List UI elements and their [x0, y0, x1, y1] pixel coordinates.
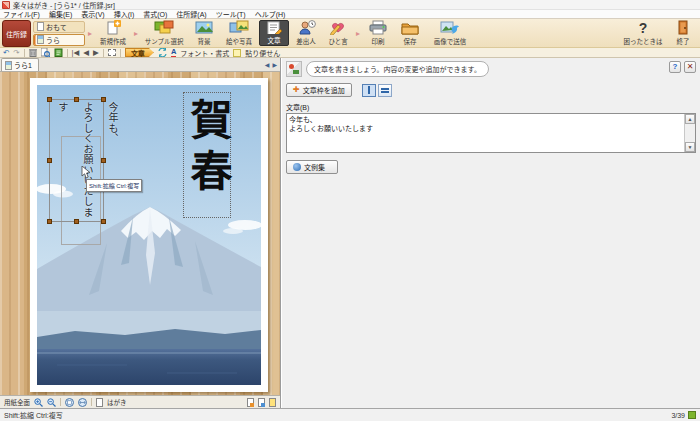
redo-icon[interactable]: ↷ [13, 49, 19, 57]
address-list-icon[interactable] [54, 48, 63, 57]
selection-handle[interactable] [101, 97, 106, 102]
scroll-up-icon[interactable]: ▲ [685, 114, 695, 124]
exit-button[interactable]: 終了 [668, 20, 698, 46]
ribbon-button-new[interactable]: 新規作成 [95, 20, 131, 46]
mouse-cursor [81, 166, 91, 179]
drag-tooltip: Shift:拡縮 Ctrl:複写 [86, 179, 142, 192]
back-page-icon [37, 35, 44, 44]
duplicate-page-icon[interactable] [258, 398, 265, 407]
ribbon-button-text[interactable]: 文章 [259, 20, 289, 46]
menu-help[interactable]: ヘルプ(H) [255, 9, 286, 19]
sample-phrases-label: 文例集 [304, 162, 325, 172]
document-tab-back1[interactable]: うら1 [1, 58, 39, 71]
tab-front[interactable]: おもて [33, 21, 85, 33]
pane-header: 文章を書きましょう。内容の変更や追加ができます。 ? ✕ [286, 61, 696, 77]
ribbon-button-sender[interactable]: 差出人 [291, 20, 321, 46]
scroll-down-icon[interactable]: ▼ [685, 142, 695, 152]
menu-tools[interactable]: ツール(T) [216, 9, 246, 19]
design-canvas[interactable]: 賀春 今年も、よろしくお願いいたします Shift:拡縮 Ctrl:複写 [0, 72, 280, 395]
first-page-icon[interactable]: |◀ [72, 49, 80, 57]
ribbon-button-pictures[interactable]: 絵や写真 [221, 20, 257, 46]
add-text-frame-label: 文章枠を追加 [303, 85, 345, 95]
one-word-icon [328, 20, 348, 35]
door-icon [673, 20, 693, 35]
tab-scroll-left-icon[interactable]: ◀ [265, 61, 270, 68]
vertical-text-toggle[interactable] [362, 84, 376, 97]
selection-handle[interactable] [74, 97, 79, 102]
prev-page-icon[interactable]: ◀ [83, 49, 89, 57]
text-input[interactable]: 今年も、 よろしくお願いいたします [289, 115, 682, 151]
ribbon-button-sample[interactable]: サンプル選択 [141, 20, 187, 46]
new-document-icon [103, 20, 123, 35]
font-format-button[interactable]: フォント・書式 [180, 48, 229, 58]
document-tab-label: うら1 [14, 60, 32, 70]
fit-width-icon[interactable] [78, 398, 87, 407]
horizontal-text-toggle[interactable] [378, 84, 392, 97]
pane-help-button[interactable]: ? [669, 61, 681, 73]
add-icon: ✚ [293, 86, 300, 94]
ribbon-label: 文章 [268, 35, 281, 45]
postcard[interactable]: 賀春 今年も、よろしくお願いいたします Shift:拡縮 Ctrl:複写 [30, 78, 268, 392]
next-page-icon[interactable]: ▶ [93, 49, 99, 57]
selection-handle[interactable] [74, 219, 79, 224]
greeting-frame[interactable]: 賀春 [183, 92, 231, 218]
tab-back[interactable]: うら [33, 34, 85, 46]
selection-handle[interactable] [47, 158, 52, 163]
selection-handle[interactable] [47, 97, 52, 102]
side-tabs: おもて うら [33, 20, 85, 46]
preview-icon[interactable] [41, 48, 50, 57]
page-grid-icon[interactable] [688, 411, 696, 419]
fit-page-label[interactable]: 用紙全面 [4, 397, 30, 407]
app-icon [2, 1, 10, 9]
paper-icon [96, 398, 103, 407]
select-tool-icon[interactable] [108, 49, 116, 56]
design-pane: うら1 ◀ ▶ [0, 58, 281, 408]
paper-type-label: はがき [107, 397, 127, 407]
selection-handle[interactable] [101, 219, 106, 224]
zoom-in-icon[interactable] [34, 398, 43, 407]
ribbon-label: ひと言 [328, 36, 347, 46]
svg-text:?: ? [639, 20, 648, 35]
swap-icon[interactable] [158, 48, 167, 57]
chevron-icon: ▸ [355, 29, 361, 38]
menu-view[interactable]: 表示(V) [81, 9, 104, 19]
pane-actions: ✚ 文章枠を追加 [286, 83, 696, 97]
sample-select-icon [154, 20, 174, 35]
ribbon-button-send-image[interactable]: 画像で送信 [427, 20, 473, 46]
menu-file[interactable]: ファイル(F) [3, 9, 40, 19]
undo-icon[interactable]: ↶ [3, 49, 9, 57]
document-tabstrip: うら1 ◀ ▶ [0, 58, 280, 72]
ribbon-button-background[interactable]: 背景 [189, 20, 219, 46]
tab-scroll-right-icon[interactable]: ▶ [272, 61, 277, 68]
ribbon-button-save[interactable]: 保存 [395, 20, 425, 46]
fit-whole-icon[interactable] [65, 398, 74, 407]
scrollbar[interactable]: ▲ ▼ [684, 114, 695, 152]
message-frame-selected[interactable]: 今年も、よろしくお願いいたします [49, 99, 104, 222]
add-page-icon[interactable] [247, 398, 254, 407]
sample-phrases-button[interactable]: 文例集 [286, 160, 338, 174]
ribbon-label: 保存 [404, 36, 417, 46]
menu-edit[interactable]: 編集(E) [49, 9, 72, 19]
selection-handle[interactable] [47, 219, 52, 224]
menu-insert[interactable]: 挿入(I) [114, 9, 135, 19]
ribbon-label: 差出人 [296, 36, 316, 46]
menu-addressbook[interactable]: 住所録(A) [176, 9, 206, 19]
chevron-icon: ▸ [133, 29, 139, 38]
ribbon-label: 終了 [677, 36, 690, 46]
ribbon-button-oneword[interactable]: ひと言 [323, 20, 353, 46]
selection-handle[interactable] [101, 158, 106, 163]
pane-close-button[interactable]: ✕ [684, 61, 696, 73]
help-button[interactable]: ? 困ったときは [620, 20, 666, 46]
print-icon [368, 20, 388, 35]
add-text-frame-button[interactable]: ✚ 文章枠を追加 [286, 83, 352, 97]
address-book-button[interactable]: 住所録 [2, 20, 31, 47]
sticky-note-button[interactable]: 貼り便せん [245, 48, 280, 58]
canvas-toolbar: 用紙全面 はがき [0, 395, 280, 408]
ribbon-button-print[interactable]: 印刷 [363, 20, 393, 46]
delete-icon[interactable] [29, 48, 37, 57]
page-settings-icon[interactable] [269, 398, 276, 407]
zoom-out-icon[interactable] [47, 398, 56, 407]
ribbon-label: 印刷 [372, 36, 385, 46]
message-text: 今年も、よろしくお願いいたします [50, 100, 128, 221]
menu-format[interactable]: 書式(O) [143, 9, 167, 19]
